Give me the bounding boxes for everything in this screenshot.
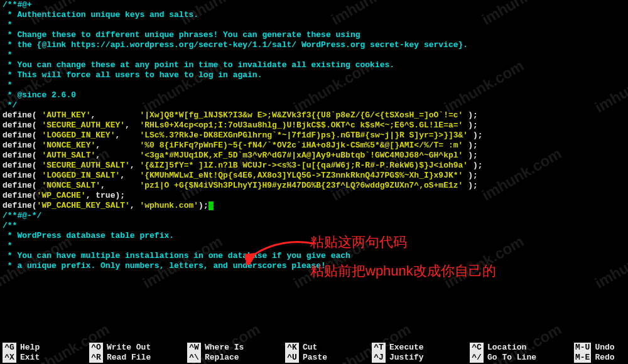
nano-help-bar: ^GHelp^OWrite Out^WWhere Is^KCut^TExecut… (0, 343, 628, 364)
help-key: ^\ (187, 353, 201, 363)
code-line: * @since 2.6.0 (3, 90, 625, 100)
help-label: Write Out (107, 343, 151, 353)
code-line: define( 'LOGGED_IN_KEY', 'LSc%.3?RkJe-DK… (3, 131, 625, 141)
cursor (208, 201, 214, 210)
help-key: M-U (574, 343, 591, 353)
help-key: ^X (3, 353, 16, 363)
help-shortcut: ^TExecute (372, 343, 467, 353)
help-label: Read File (107, 353, 151, 363)
code-line: * Change these to different unique phras… (3, 30, 625, 40)
code-line: /** (3, 221, 625, 231)
help-label: Go To Line (487, 353, 536, 363)
code-line: define( 'LOGGED_IN_SALT', '{KMUhMWLwI_eN… (3, 171, 625, 181)
code-line: define( 'SECURE_AUTH_SALT', '{&IZ]5fY=* … (3, 161, 625, 171)
help-shortcut: M-UUndo (574, 343, 628, 353)
help-label: Justify (389, 353, 424, 363)
help-label: Where Is (205, 343, 244, 353)
help-shortcut: ^WWhere Is (187, 343, 283, 353)
code-line: define( 'AUTH_SALT', '<3ga*#MJUq1DK,xF_5… (3, 151, 625, 161)
code-line: /**#@-*/ (3, 211, 625, 221)
help-label: Help (20, 343, 40, 353)
help-key: ^O (89, 343, 103, 353)
help-label: Replace (205, 353, 239, 363)
code-line: * the {@link https://api.wordpress.org/s… (3, 40, 625, 50)
help-shortcut: M-ERedo (574, 353, 628, 363)
code-line: define( 'AUTH_KEY', '|Xw]Q8*W[fg_lNJ$K?I… (3, 110, 625, 120)
help-shortcut: ^RRead File (89, 353, 185, 363)
help-key: ^U (285, 353, 299, 363)
help-shortcut: ^KCut (285, 343, 369, 353)
help-label: Location (487, 343, 526, 353)
help-key: ^T (372, 343, 386, 353)
help-shortcut: ^\Replace (187, 353, 283, 363)
annotation-text-1: 粘贴这两句代码 (310, 237, 407, 247)
help-shortcut: ^/Go To Line (470, 353, 571, 363)
help-key: M-E (574, 353, 591, 363)
annotation-text-2: 粘贴前把wphunk改成你自己的 (310, 266, 496, 276)
help-key: ^K (285, 343, 299, 353)
code-line: define( 'SECURE_AUTH_KEY', 'RHLs0+X4cp<o… (3, 120, 625, 131)
help-key: ^/ (470, 353, 484, 363)
help-key: ^W (187, 343, 201, 353)
help-key: ^C (470, 343, 484, 353)
code-line: /**#@+ (3, 0, 625, 10)
help-shortcut: ^CLocation (470, 343, 571, 353)
help-key: ^G (3, 343, 16, 353)
editor-pane[interactable]: /**#@+ * Authentication unique keys and … (0, 0, 628, 271)
help-label: Exit (20, 353, 40, 363)
help-label: Paste (303, 353, 327, 363)
help-label: Undo (595, 343, 614, 353)
help-shortcut: ^GHelp (3, 343, 87, 353)
help-shortcut: ^JJustify (372, 353, 467, 363)
code-line: * Authentication unique keys and salts. (3, 10, 625, 20)
help-shortcut: ^UPaste (285, 353, 369, 363)
help-shortcut: ^XExit (3, 353, 87, 363)
help-label: Cut (303, 343, 317, 353)
code-line: define('WP_CACHE_KEY_SALT', 'wphunk.com'… (3, 201, 625, 211)
code-line: */ (3, 100, 625, 110)
code-line: * This will force all users to have to l… (3, 70, 625, 80)
code-line: define( 'NONCE_KEY', '%0 8{iFkFq?pWnFE)~… (3, 141, 625, 151)
code-line: * (3, 20, 625, 30)
help-key: ^J (372, 353, 386, 363)
code-line: define( 'NONCE_SALT', 'pz1|O +G{$N4iVSh3… (3, 181, 625, 191)
help-label: Redo (595, 353, 614, 363)
code-line: * (3, 50, 625, 60)
help-shortcut: ^OWrite Out (89, 343, 185, 353)
code-line: * (3, 80, 625, 90)
code-line: define('WP_CACHE', true); (3, 191, 625, 201)
code-line: * You can change these at any point in t… (3, 60, 625, 70)
help-key: ^R (89, 353, 103, 363)
code-line: * You can have multiple installations in… (3, 251, 625, 261)
help-label: Execute (389, 343, 424, 353)
